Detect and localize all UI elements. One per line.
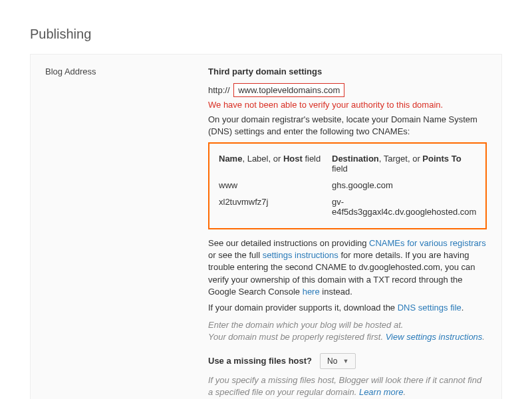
- cnames-registrars-link[interactable]: CNAMEs for various registrars: [369, 238, 486, 248]
- learn-more-link[interactable]: Learn more: [359, 387, 403, 397]
- error-message: We have not been able to verify your aut…: [208, 100, 487, 110]
- left-column-label: Blog Address: [45, 66, 208, 76]
- cname-dest-value: ghs.google.com: [332, 180, 476, 190]
- right-column: Third party domain settings http:// www.…: [208, 66, 487, 399]
- cname-dest-value: gv-e4f5ds3ggaxl4c.dv.googlehosted.com: [332, 197, 476, 217]
- cname-instructions: On your domain registrar's website, loca…: [208, 114, 487, 137]
- here-link[interactable]: here: [303, 287, 320, 297]
- view-settings-instructions-link[interactable]: View settings instructions: [386, 332, 483, 342]
- cname-name-value: www: [219, 180, 332, 190]
- cname-table: Name, Label, or Host field Destination, …: [208, 142, 487, 229]
- missing-files-hint: If you specify a missing files host, Blo…: [208, 374, 487, 398]
- cname-header-row: Name, Label, or Host field Destination, …: [219, 150, 476, 177]
- missing-files-label: Use a missing files host?: [208, 356, 312, 366]
- cname-row: xl2tuvmwfz7j gv-e4f5ds3ggaxl4c.dv.google…: [219, 194, 476, 220]
- cname-row: www ghs.google.com: [219, 177, 476, 194]
- missing-files-dropdown[interactable]: No ▼: [320, 353, 356, 369]
- cname-name-value: xl2tuvmwfz7j: [219, 197, 332, 217]
- cname-header-name: Name, Label, or Host field: [219, 154, 332, 174]
- cname-header-dest: Destination, Target, or Points To field: [332, 154, 476, 174]
- domain-hint: Enter the domain which your blog will be…: [208, 319, 487, 343]
- chevron-down-icon: ▼: [342, 358, 348, 364]
- url-prefix: http://: [208, 85, 230, 95]
- section-heading: Third party domain settings: [208, 66, 487, 76]
- dns-settings-file-link[interactable]: DNS settings file: [398, 303, 462, 313]
- details-paragraph-2: If your domain provider supports it, dow…: [208, 302, 487, 314]
- page-title: Publishing: [30, 27, 502, 42]
- missing-files-value: No: [327, 356, 337, 366]
- settings-instructions-link[interactable]: settings instructions: [263, 250, 338, 260]
- settings-panel: Blog Address Third party domain settings…: [30, 54, 502, 399]
- details-paragraph-1: See our detailed instructions on providi…: [208, 237, 487, 298]
- domain-input[interactable]: www.topleveldomains.com: [233, 83, 344, 97]
- domain-url-row: http:// www.topleveldomains.com: [208, 83, 487, 97]
- missing-files-row: Use a missing files host? No ▼: [208, 353, 487, 369]
